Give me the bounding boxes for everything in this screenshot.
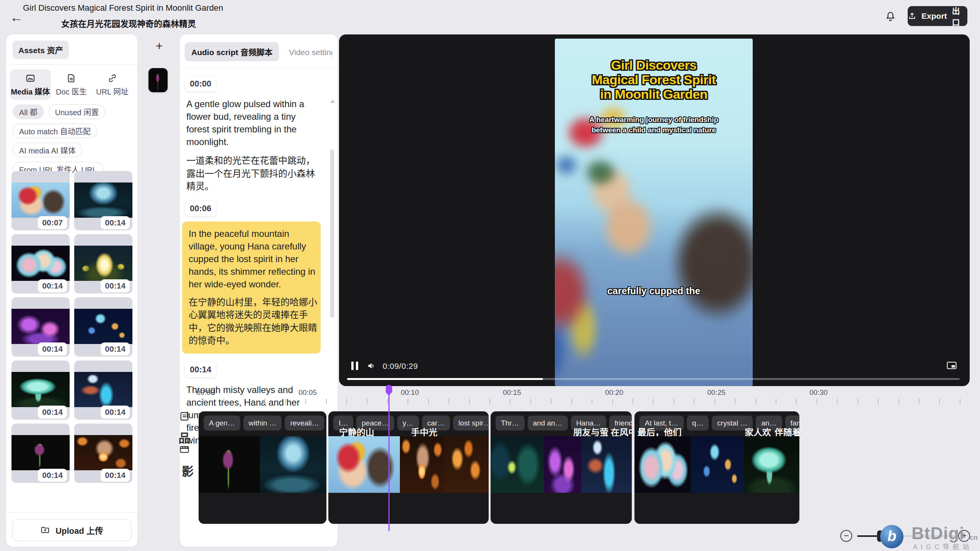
video-viewport[interactable]: Girl Discovers Magical Forest Spirit in … xyxy=(555,39,753,386)
subtitle-pill[interactable]: friend d… xyxy=(609,416,632,430)
zoom-slider-fill xyxy=(857,535,879,537)
clip-thumbnail xyxy=(634,436,691,493)
duration-badge: 00:14 xyxy=(101,279,130,292)
export-button[interactable]: Export 出口 xyxy=(908,6,967,26)
media-thumbnail xyxy=(74,183,132,218)
assets-footer: Upload 上传 xyxy=(6,512,137,547)
video-title-overlay: Girl Discovers Magical Forest Spirit in … xyxy=(555,58,753,101)
media-item[interactable]: 00:14 xyxy=(11,360,70,420)
script-block-highlighted[interactable]: In the peaceful mountain village, young … xyxy=(182,222,321,354)
playhead[interactable] xyxy=(385,385,392,531)
upload-button[interactable]: Upload 上传 xyxy=(12,519,132,541)
tab-media[interactable]: Media 媒体 xyxy=(10,69,51,100)
media-thumbnail xyxy=(11,435,70,470)
tab-url[interactable]: URL 网址 xyxy=(92,69,133,100)
duration-badge: 00:14 xyxy=(101,342,130,355)
tab-audio-script[interactable]: Audio script 音频脚本 xyxy=(185,42,279,61)
clip-thumbnails xyxy=(491,436,632,493)
media-item[interactable]: 00:07 xyxy=(11,171,70,230)
timeline-clip-group[interactable]: Thr… and an… Hana… friend d… and w… 朋友与萤… xyxy=(491,411,632,524)
media-item[interactable]: 00:14 xyxy=(74,297,132,357)
media-item[interactable]: 00:14 xyxy=(74,234,132,293)
timeline-clip-group[interactable]: A gen… within … reveali… spi… in… xyxy=(199,411,326,524)
export-label-cn: 出口 xyxy=(952,5,967,28)
seek-bar[interactable] xyxy=(347,378,960,380)
clip-thumbnail xyxy=(744,436,799,493)
media-item[interactable]: 00:14 xyxy=(74,360,132,420)
timeline-ruler[interactable] xyxy=(203,399,968,404)
subtitle-pill[interactable]: lost spir… xyxy=(453,416,489,430)
subtitle-pill[interactable]: A gen… xyxy=(204,416,240,430)
clip-thumbnail xyxy=(260,436,326,493)
image-icon xyxy=(25,73,36,83)
subtitle-pill[interactable]: I… xyxy=(333,416,353,430)
script-timestamp[interactable]: 00:06 xyxy=(185,201,216,216)
zoom-in-button[interactable]: + xyxy=(958,530,970,542)
playback-time: 0:09/0:29 xyxy=(383,362,418,371)
media-thumbnail xyxy=(74,372,132,407)
project-title-en: Girl Discovers Magical Forest Spirit in … xyxy=(23,3,223,13)
subtitle-pill[interactable]: crystal … xyxy=(712,416,753,430)
ruler-label: 00:00 xyxy=(196,388,215,397)
subtitle-pill[interactable]: Hana… xyxy=(571,416,606,430)
media-item[interactable]: 00:14 xyxy=(11,234,70,293)
duration-badge: 00:14 xyxy=(38,279,67,292)
zoom-slider-knob[interactable] xyxy=(877,530,883,542)
zoom-slider[interactable] xyxy=(857,535,957,537)
script-block[interactable]: 00:00 A gentle glow pulsed within a flow… xyxy=(180,68,338,192)
clip-thumbnail xyxy=(691,436,744,493)
script-text-en: A gentle glow pulsed within a flower bud… xyxy=(186,98,320,148)
filter-all[interactable]: All 都 xyxy=(13,104,44,119)
filter-auto-match[interactable]: Auto match 自动匹配 xyxy=(13,124,97,138)
clip-thumbnail xyxy=(444,436,489,493)
scrollbar-thumb[interactable] xyxy=(330,149,334,318)
script-block-active[interactable]: 00:06 xyxy=(180,192,338,216)
media-item[interactable]: 00:14 xyxy=(11,297,70,357)
script-timestamp[interactable]: 00:00 xyxy=(185,76,216,91)
subtitle-pill[interactable]: an… xyxy=(756,416,782,430)
back-icon[interactable]: ← xyxy=(10,10,23,25)
add-scene-button[interactable]: + xyxy=(152,38,167,54)
subtitle-pill[interactable]: q… xyxy=(687,416,709,430)
duration-badge: 00:14 xyxy=(101,216,130,229)
clip-thumbnail xyxy=(491,436,544,493)
subtitle-pill[interactable]: car… xyxy=(422,416,450,430)
pause-button[interactable] xyxy=(351,362,359,370)
media-item[interactable]: 00:14 xyxy=(74,171,132,230)
subtitle-pill[interactable]: reveali… xyxy=(285,416,324,430)
filter-unused[interactable]: Unused 闲置 xyxy=(49,104,106,119)
timeline-clip-group[interactable]: I… peace… y… car… lost spir… its s… in h… xyxy=(328,411,489,524)
subtitle-pill[interactable]: Thr… xyxy=(496,416,525,430)
fullscreen-icon[interactable] xyxy=(947,362,957,369)
playhead-tip xyxy=(386,392,392,396)
tab-doc[interactable]: Doc 医生 xyxy=(51,69,92,100)
media-item[interactable]: 00:14 xyxy=(74,424,132,483)
filter-ai-media[interactable]: AI media AI 媒体 xyxy=(13,143,82,157)
ruler-label: 00:05 xyxy=(298,388,317,397)
subtitle-pill[interactable]: At last, t… xyxy=(639,416,684,430)
volume-icon[interactable] xyxy=(367,361,377,371)
clip-thumbnail xyxy=(400,436,444,493)
subtitle-pill[interactable]: famil… xyxy=(785,416,799,430)
assets-panel-title[interactable]: Assets 资产 xyxy=(13,41,69,59)
zoom-out-button[interactable]: − xyxy=(840,530,852,542)
timeline-clip-group[interactable]: At last, t… q… crystal … an… famil… with… xyxy=(634,411,799,524)
app-window: ← Girl Discovers Magical Forest Spirit i… xyxy=(0,0,980,551)
subtitle-pill[interactable]: y… xyxy=(397,416,419,430)
subtitle-pill[interactable]: and an… xyxy=(528,416,568,430)
notification-bell-icon[interactable] xyxy=(885,11,896,23)
scene-item[interactable] xyxy=(148,68,168,92)
clip-thumbnails xyxy=(328,436,489,493)
playhead-handle[interactable] xyxy=(386,385,392,393)
script-timestamp[interactable]: 00:14 xyxy=(185,362,216,377)
tab-video-settings[interactable]: Video settings 视频设置 xyxy=(289,46,332,57)
scroll-up-icon[interactable] xyxy=(330,99,335,103)
duration-badge: 00:14 xyxy=(38,342,67,355)
subtitle-pill[interactable]: within … xyxy=(243,416,282,430)
upload-label: Upload 上传 xyxy=(55,524,103,536)
assets-panel: Assets 资产 Media 媒体 Doc 医生 URL 网址 All 都 U… xyxy=(6,34,137,547)
clip-thumbnail xyxy=(544,436,581,493)
playhead-line xyxy=(388,389,390,531)
track-label-pin: 品 xyxy=(176,429,193,446)
media-item[interactable]: 00:14 xyxy=(11,424,70,483)
